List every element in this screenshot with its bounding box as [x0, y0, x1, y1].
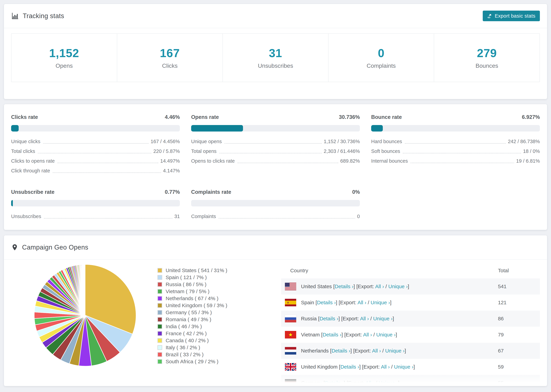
geo-table-header: Country Total	[281, 263, 540, 279]
dotted-leader	[219, 218, 355, 219]
geo-table-row: United Kingdom [Details ›] [Export: All …	[281, 359, 540, 375]
rate-detail-label: Unsubscribes	[11, 214, 41, 219]
geo-pie-chart[interactable]	[33, 263, 138, 368]
legend-item[interactable]: India ( 46 / 3% )	[157, 323, 227, 330]
rate-value: 0.77%	[165, 189, 180, 195]
geo-title: Campaign Geo Opens	[22, 244, 88, 251]
rate-detail-row: Complaints0	[191, 211, 360, 221]
country-cell-text: /	[374, 380, 379, 386]
export-all-link[interactable]: All ›	[360, 316, 369, 321]
legend-item[interactable]: Russia ( 86 / 5% )	[157, 281, 227, 288]
progress-bar-fill	[11, 125, 19, 132]
legend-item[interactable]: Vietnam ( 79 / 5% )	[157, 288, 227, 295]
legend-swatch	[157, 296, 162, 301]
dotted-leader	[53, 172, 161, 173]
country-cell-text: Netherlands [	[301, 348, 332, 354]
export-all-link[interactable]: All ›	[372, 348, 381, 354]
export-all-link[interactable]: All ›	[366, 380, 374, 386]
country-total: 55	[498, 380, 535, 386]
legend-item[interactable]: United Kingdom ( 59 / 3% )	[157, 302, 227, 309]
country-cell-text: ] [Export:	[353, 284, 375, 289]
export-unique-link[interactable]: Unique ›	[373, 316, 393, 321]
dotted-leader	[57, 163, 158, 163]
rate-detail-label: Total clicks	[11, 148, 35, 154]
details-link[interactable]: Details ›	[317, 300, 336, 305]
country-cell-text: ]	[408, 284, 409, 289]
rate-detail-value: 4.147%	[163, 168, 180, 174]
details-link[interactable]: Details ›	[319, 316, 338, 321]
rate-block: Opens rate30.736%Unique opens1,152 / 30.…	[191, 112, 360, 176]
rate-title: Opens rate	[191, 114, 219, 120]
column-country: Country	[290, 268, 308, 273]
legend-item[interactable]: France ( 42 / 2% )	[157, 330, 227, 337]
map-pin-icon	[11, 243, 18, 251]
export-unique-link[interactable]: Unique ›	[394, 364, 413, 370]
geo-table: Country Total United States [Details ›] …	[281, 263, 540, 386]
rate-detail-row: Soft bounces18 / 0%	[371, 147, 540, 156]
export-unique-link[interactable]: Unique ›	[371, 300, 390, 305]
tracking-stats-header: Tracking stats Export basic stats	[4, 4, 547, 28]
rate-detail-value: 220 / 5.87%	[153, 148, 180, 154]
rate-block: Complaints rate0%Complaints0	[191, 187, 360, 221]
export-unique-link[interactable]: Unique ›	[388, 284, 408, 289]
progress-bar-track	[11, 200, 180, 206]
legend-item[interactable]: Brazil ( 33 / 2% )	[157, 351, 227, 358]
legend-swatch	[157, 324, 162, 329]
rate-detail-label: Opens to clicks rate	[191, 158, 235, 164]
legend-item[interactable]: Germany ( 55 / 3% )	[157, 309, 227, 316]
details-link[interactable]: Details ›	[323, 332, 341, 337]
rates-card: Clicks rate4.46%Unique clicks167 / 4.456…	[4, 104, 547, 230]
es-flag-icon	[285, 299, 301, 306]
nl-flag-icon	[285, 347, 301, 355]
rate-detail-label: Internal bounces	[371, 158, 408, 164]
country-cell-text: Russia [	[301, 316, 319, 321]
details-link[interactable]: Details ›	[340, 364, 359, 370]
rate-detail-value: 14.497%	[160, 158, 180, 164]
pie-slice-other[interactable]	[85, 264, 85, 315]
legend-item[interactable]: Netherlands ( 67 / 4% )	[157, 295, 227, 302]
legend-swatch	[157, 317, 162, 322]
legend-swatch	[157, 275, 162, 280]
dotted-leader	[44, 218, 172, 219]
rate-grid-bottom: Unsubscribe rate0.77%Unsubscribes31Compl…	[11, 187, 540, 221]
export-unique-link[interactable]: Unique ›	[385, 348, 404, 354]
us-flag-icon	[285, 283, 301, 290]
export-all-link[interactable]: All ›	[375, 284, 384, 289]
rate-detail-value: 1,152 / 30.736%	[324, 139, 360, 144]
legend-swatch	[157, 331, 162, 336]
legend-item[interactable]: South Africa ( 29 / 2% )	[157, 358, 227, 365]
legend-item[interactable]: United States ( 541 / 31% )	[157, 267, 227, 274]
export-unique-link[interactable]: Unique ›	[379, 380, 398, 386]
legend-item[interactable]: Spain ( 121 / 7% )	[157, 274, 227, 281]
country-cell-text: /	[381, 348, 385, 354]
legend-label: South Africa ( 29 / 2% )	[166, 359, 218, 364]
geo-legend: United States ( 541 / 31% )Spain ( 121 /…	[157, 267, 227, 365]
progress-bar-fill	[371, 125, 383, 132]
rate-detail-value: 19 / 6.81%	[516, 158, 540, 164]
details-link[interactable]: Details ›	[332, 348, 350, 354]
details-link[interactable]: Details ›	[335, 284, 353, 289]
export-all-link[interactable]: All ›	[357, 300, 366, 305]
dotted-leader	[225, 143, 322, 144]
dotted-leader	[238, 163, 338, 163]
country-cell-text: /	[366, 300, 371, 305]
legend-item[interactable]: Romania ( 49 / 3% )	[157, 316, 227, 323]
rate-detail-label: Soft bounces	[371, 148, 400, 154]
export-all-link[interactable]: All ›	[363, 332, 372, 337]
country-cell-text: ] [Export:	[341, 332, 363, 337]
country-cell-text: ]	[404, 348, 406, 354]
de-flag-icon	[285, 379, 301, 386]
legend-label: United Kingdom ( 59 / 3% )	[166, 302, 227, 308]
bar-chart-icon	[11, 12, 19, 20]
rate-detail-label: Unique opens	[191, 139, 222, 144]
export-all-link[interactable]: All ›	[381, 364, 390, 370]
details-link[interactable]: Details ›	[325, 380, 344, 386]
export-unique-link[interactable]: Unique ›	[376, 332, 396, 337]
export-icon	[487, 13, 492, 19]
summary-stat-label: Bounces	[475, 63, 498, 69]
legend-item[interactable]: Canada ( 40 / 2% )	[157, 337, 227, 344]
country-cell-text: ]	[413, 364, 415, 370]
rate-detail-label: Complaints	[191, 214, 216, 219]
export-basic-stats-button[interactable]: Export basic stats	[483, 11, 540, 21]
legend-item[interactable]: Italy ( 36 / 2% )	[157, 344, 227, 351]
